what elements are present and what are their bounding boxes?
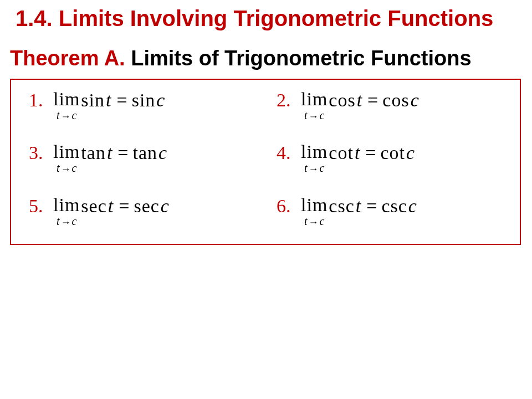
lim-word: lim	[301, 196, 328, 214]
formula-cell: 5. lim t→c sect = secc	[17, 196, 277, 227]
expr-body: csct = cscc	[329, 197, 418, 216]
expr-body: cott = cotc	[329, 144, 416, 162]
item-number: 3.	[29, 142, 48, 163]
lim-word: lim	[301, 90, 328, 109]
slide: 1.4. Limits Involving Trigonometric Func…	[0, 0, 532, 399]
limit-subscript: t→c	[303, 110, 325, 121]
lim-word: lim	[301, 142, 328, 161]
formulas-panel: 1. lim t→c sint = sinc	[10, 79, 521, 245]
theorem-name: Limits of Trigonometric Functions	[131, 47, 471, 70]
limit-expression: lim t→c cott = cotc	[301, 142, 416, 174]
formula-cell: 4. lim t→c cott = cotc	[277, 142, 514, 174]
limit-expression: lim t→c tant = tanc	[53, 142, 168, 174]
limit-operator: lim t→c	[53, 90, 80, 121]
limit-subscript: t→c	[303, 216, 325, 227]
limit-expression: lim t→c csct = cscc	[301, 196, 418, 227]
lim-word: lim	[53, 196, 80, 214]
limit-subscript: t→c	[303, 162, 325, 174]
limit-operator: lim t→c	[53, 196, 80, 227]
formula-cell: 1. lim t→c sint = sinc	[17, 90, 277, 121]
theorem-label: Theorem A.	[10, 47, 125, 70]
item-number: 5.	[29, 196, 48, 216]
limit-subscript: t→c	[55, 110, 78, 121]
limit-expression: lim t→c sint = sinc	[53, 90, 166, 121]
formula-row: 1. lim t→c sint = sinc	[17, 90, 514, 121]
item-number: 6.	[277, 196, 295, 216]
limit-operator: lim t→c	[301, 196, 328, 227]
formula-cell: 3. lim t→c tant = tanc	[17, 142, 277, 174]
limit-subscript: t→c	[55, 216, 78, 227]
expr-body: tant = tanc	[81, 144, 168, 162]
formula-cell: 6. lim t→c csct = cscc	[277, 196, 514, 227]
expr-body: sint = sinc	[81, 91, 166, 110]
formulas-rows: 1. lim t→c sint = sinc	[17, 90, 514, 227]
item-number: 2.	[277, 90, 295, 110]
lim-word: lim	[53, 142, 80, 161]
limit-operator: lim t→c	[53, 142, 80, 174]
limit-expression: lim t→c sect = secc	[53, 196, 170, 227]
formula-row: 3. lim t→c tant = tanc	[17, 142, 514, 174]
formula-row: 5. lim t→c sect = secc	[17, 196, 514, 227]
limit-subscript: t→c	[55, 162, 78, 174]
limit-expression: lim t→c cost = cosc	[301, 90, 420, 121]
formula-cell: 2. lim t→c cost = cosc	[277, 90, 514, 121]
item-number: 1.	[29, 90, 48, 110]
lim-word: lim	[53, 90, 80, 109]
expr-body: sect = secc	[81, 197, 170, 216]
theorem-heading: Theorem A. Limits of Trigonometric Funct…	[10, 47, 519, 71]
expr-body: cost = cosc	[329, 91, 420, 110]
limit-operator: lim t→c	[301, 142, 328, 174]
item-number: 4.	[277, 142, 295, 163]
limit-operator: lim t→c	[301, 90, 328, 121]
section-title: 1.4. Limits Involving Trigonometric Func…	[16, 6, 519, 31]
